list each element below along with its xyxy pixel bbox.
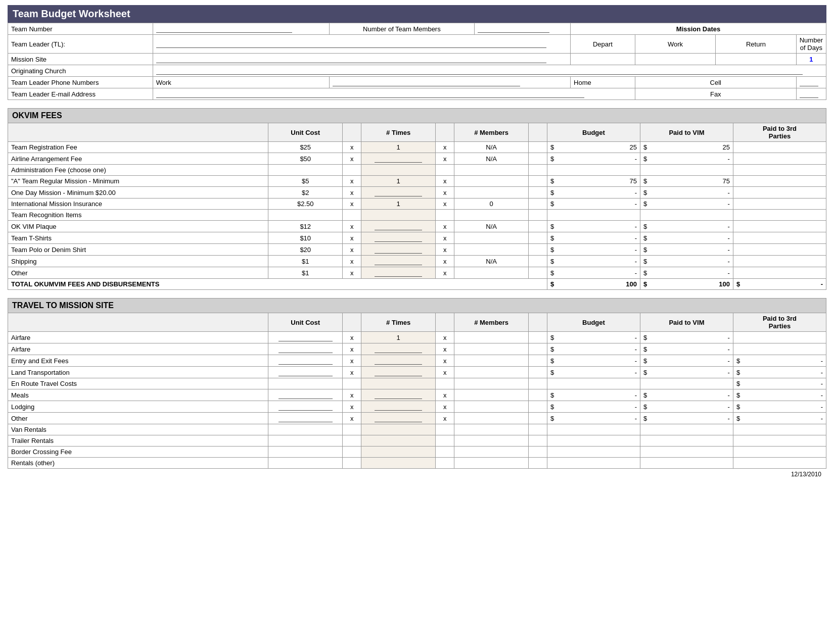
- okvim-unit[interactable]: $50: [268, 153, 343, 165]
- travel-members[interactable]: [454, 389, 529, 401]
- travel-unit[interactable]: [268, 389, 343, 401]
- cell-input[interactable]: [796, 77, 826, 88]
- okvim-unit[interactable]: $10: [268, 232, 343, 244]
- okvim-times[interactable]: [361, 221, 436, 232]
- okvim-members[interactable]: N/A: [454, 256, 529, 267]
- num-members-input[interactable]: [474, 23, 570, 35]
- return-input[interactable]: [716, 54, 797, 65]
- travel-times[interactable]: [361, 424, 436, 435]
- okvim-times[interactable]: [361, 232, 436, 244]
- okvim-times[interactable]: [361, 256, 436, 267]
- travel-row: Trailer Rentals: [8, 435, 826, 447]
- okvim-times[interactable]: [361, 165, 436, 176]
- work-input[interactable]: [635, 54, 715, 65]
- travel-times[interactable]: [361, 458, 436, 469]
- travel-members[interactable]: [454, 332, 529, 343]
- travel-unit[interactable]: [268, 435, 343, 447]
- okvim-desc: Other: [8, 267, 268, 279]
- travel-vim: $-: [640, 413, 733, 424]
- okvim-unit[interactable]: [268, 165, 343, 176]
- travel-col-budget: Budget: [547, 313, 640, 332]
- okvim-times[interactable]: 1: [361, 142, 436, 153]
- travel-members[interactable]: [454, 424, 529, 435]
- travel-members[interactable]: [454, 367, 529, 378]
- travel-members[interactable]: [454, 413, 529, 424]
- travel-times[interactable]: [361, 401, 436, 413]
- travel-members[interactable]: [454, 447, 529, 458]
- travel-unit[interactable]: [268, 413, 343, 424]
- travel-unit[interactable]: [268, 447, 343, 458]
- depart-input[interactable]: [571, 54, 635, 65]
- travel-members[interactable]: [454, 435, 529, 447]
- okvim-row: Administration Fee (choose one): [8, 165, 826, 176]
- travel-times[interactable]: [361, 343, 436, 355]
- team-number-input[interactable]: [153, 23, 329, 35]
- originating-church-input[interactable]: [153, 65, 826, 77]
- okvim-unit[interactable]: $5: [268, 176, 343, 187]
- okvim-budget: $75: [547, 176, 640, 187]
- okvim-paid3rd: [733, 165, 826, 176]
- okvim-unit[interactable]: $25: [268, 142, 343, 153]
- travel-unit[interactable]: [268, 401, 343, 413]
- travel-times[interactable]: [361, 378, 436, 389]
- okvim-unit[interactable]: $12: [268, 221, 343, 232]
- travel-members[interactable]: [454, 378, 529, 389]
- work-phone-label: Work: [153, 77, 329, 88]
- travel-vim: $-: [640, 355, 733, 367]
- okvim-members[interactable]: [454, 244, 529, 256]
- okvim-unit[interactable]: $20: [268, 244, 343, 256]
- okvim-unit[interactable]: $2: [268, 187, 343, 199]
- travel-members[interactable]: [454, 458, 529, 469]
- okvim-times[interactable]: [361, 153, 436, 165]
- travel-unit[interactable]: [268, 424, 343, 435]
- okvim-members[interactable]: [454, 232, 529, 244]
- travel-times[interactable]: [361, 413, 436, 424]
- okvim-members[interactable]: [454, 187, 529, 199]
- depart-label: Depart: [571, 35, 635, 54]
- travel-unit[interactable]: [268, 458, 343, 469]
- okvim-members[interactable]: [454, 176, 529, 187]
- okvim-times[interactable]: 1: [361, 176, 436, 187]
- okvim-unit[interactable]: [268, 210, 343, 221]
- okvim-members[interactable]: N/A: [454, 221, 529, 232]
- travel-unit[interactable]: [268, 378, 343, 389]
- okvim-members[interactable]: [454, 210, 529, 221]
- travel-row: Lodging x x$-$-$-: [8, 401, 826, 413]
- okvim-row: OK VIM Plaque$12x xN/A$-$-: [8, 221, 826, 232]
- travel-members[interactable]: [454, 343, 529, 355]
- team-leader-input[interactable]: [153, 35, 570, 54]
- travel-unit[interactable]: [268, 343, 343, 355]
- travel-budget: $-: [547, 367, 640, 378]
- okvim-times[interactable]: [361, 267, 436, 279]
- travel-times[interactable]: [361, 447, 436, 458]
- okvim-members[interactable]: N/A: [454, 153, 529, 165]
- travel-members[interactable]: [454, 355, 529, 367]
- email-input[interactable]: [153, 88, 635, 100]
- okvim-members[interactable]: N/A: [454, 142, 529, 153]
- okvim-members[interactable]: [454, 165, 529, 176]
- mission-site-input[interactable]: [153, 54, 570, 65]
- okvim-desc: One Day Mission - Minimum $20.00: [8, 187, 268, 199]
- travel-unit[interactable]: [268, 332, 343, 343]
- okvim-members[interactable]: 0: [454, 199, 529, 210]
- travel-members[interactable]: [454, 401, 529, 413]
- okvim-members[interactable]: [454, 267, 529, 279]
- okvim-vim: $-: [640, 256, 733, 267]
- okvim-times[interactable]: 1: [361, 199, 436, 210]
- okvim-times[interactable]: [361, 187, 436, 199]
- fax-input[interactable]: [796, 88, 826, 100]
- travel-times[interactable]: [361, 355, 436, 367]
- travel-times[interactable]: [361, 389, 436, 401]
- travel-times[interactable]: 1: [361, 332, 436, 343]
- travel-times[interactable]: [361, 367, 436, 378]
- okvim-unit[interactable]: $1: [268, 256, 343, 267]
- okvim-times[interactable]: [361, 244, 436, 256]
- travel-unit[interactable]: [268, 367, 343, 378]
- okvim-times[interactable]: [361, 210, 436, 221]
- work-phone-input[interactable]: [330, 77, 571, 88]
- travel-unit[interactable]: [268, 355, 343, 367]
- date-footer: 12/13/2010: [8, 469, 826, 480]
- okvim-unit[interactable]: $1: [268, 267, 343, 279]
- travel-times[interactable]: [361, 435, 436, 447]
- okvim-unit[interactable]: $2.50: [268, 199, 343, 210]
